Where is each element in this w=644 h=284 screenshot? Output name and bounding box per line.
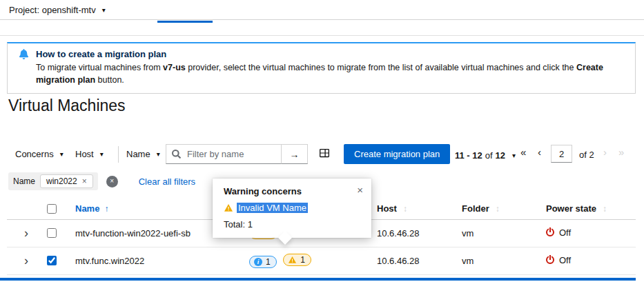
caret-down-icon: ▾ [102,6,106,14]
select-all-header [38,199,64,219]
caret-down-icon: ▾ [512,152,516,159]
create-migration-plan-button[interactable]: Create migration plan [344,144,450,164]
power-state-cell: Off [535,247,636,274]
arrow-right-icon: → [290,149,300,160]
pagination-menu-toggle[interactable]: 11 - 12 of 12 ▾ [451,150,520,161]
popover-concern-item: Invalid VM Name [224,203,360,213]
active-filters-row: Name win2022 × × Clear all filters [8,172,195,191]
alert-title: How to create a migration plan [36,49,166,59]
warning-triangle-icon [288,256,297,264]
row-select-checkbox[interactable] [47,228,57,238]
concerns-filter-label: Concerns [15,149,54,159]
alert-body-text: provider, select the virtual machines to… [186,63,576,72]
toolbar: Concerns ▾ Host ▾ Name ▾ → Create migrat… [7,142,636,167]
host-filter-label: Host [75,149,94,159]
warning-concerns-popover: Warning concerns × Invalid VM Name Total… [213,179,371,238]
search-box [166,144,282,164]
apply-filter-button[interactable]: → [281,144,308,164]
remove-chip-button[interactable]: × [82,177,87,185]
concerns-filter-dropdown[interactable]: Concerns ▾ [15,149,64,159]
page-count-label: of 2 [579,150,594,160]
info-icon: i [254,258,262,266]
name-filter-dropdown[interactable]: Name ▾ [126,149,160,159]
project-selector[interactable]: Project: openshift-mtv ▾ [0,0,644,20]
expand-row-button[interactable]: › [20,254,32,267]
expand-row-button[interactable]: › [20,227,32,239]
concern-text-selected: Invalid VM Name [237,203,308,213]
alert-body-text: To migrate virtual machines from [36,63,163,72]
power-off-icon [546,256,554,264]
alert-provider-name: v7-us [163,63,186,72]
host-cell: 10.6.46.28 [366,247,451,274]
power-off-icon [546,228,554,236]
row-select-checkbox[interactable] [47,256,57,265]
host-column-header[interactable]: Host↕ [366,199,451,219]
alert-body-text: button. [95,75,124,85]
expand-column-header [7,199,38,219]
power-state-cell: Off [535,219,636,247]
manage-columns-button[interactable] [319,148,330,160]
chip-group-label: Name [13,176,35,186]
bell-icon [19,49,29,59]
sort-ascending-icon: ↑ [104,204,108,214]
pagination-of-word: of [485,150,493,161]
badge-count: 1 [266,257,271,267]
filter-by-name-input[interactable] [186,148,270,160]
masthead-divider [0,35,644,36]
first-page-button[interactable]: « [520,146,526,158]
power-state-label: Off [559,255,571,265]
clear-all-filters-link[interactable]: Clear all filters [139,176,195,187]
search-icon [172,150,181,159]
badge-count: 1 [300,255,305,265]
host-header-label: Host [377,203,397,214]
next-page-button[interactable]: › [603,146,607,158]
active-tab-indicator [157,21,213,23]
caret-down-icon: ▾ [100,150,104,158]
pagination-total: 12 [496,150,505,161]
power-header-label: Power state [546,203,596,214]
current-page-input[interactable] [551,145,572,163]
pagination-range: 11 - 12 [455,150,482,161]
caret-down-icon: ▾ [157,150,160,158]
name-filter-chip-group: Name win2022 × [8,172,98,190]
name-filter-label: Name [126,149,150,159]
concerns-cell: i 1 1 [238,247,366,274]
filter-chip-text: win2022 [46,176,77,186]
folder-header-label: Folder [462,203,489,214]
warning-concerns-badge[interactable]: 1 [283,254,311,266]
vm-name-cell: mtv.func.win2022 [64,247,238,274]
sort-icon: ↕ [403,204,407,214]
page-title: Virtual Machines [8,97,126,115]
info-concerns-badge[interactable]: i 1 [249,256,277,268]
warning-triangle-icon [224,203,233,212]
previous-page-button[interactable]: ‹ [538,146,541,158]
popover-total: Total: 1 [224,219,360,230]
toolbar-divider [118,146,119,163]
popover-title: Warning concerns [224,186,360,196]
popover-close-button[interactable]: × [357,185,363,195]
caret-down-icon: ▾ [60,150,64,158]
filter-chip: win2022 × [40,174,93,188]
columns-icon [319,148,330,158]
power-state-column-header[interactable]: Power state↕ [535,199,636,219]
host-filter-dropdown[interactable]: Host ▾ [75,149,104,159]
folder-column-header[interactable]: Folder↕ [451,199,535,219]
project-selector-label: Project: openshift-mtv [9,5,96,15]
info-alert: How to create a migration plan To migrat… [7,42,636,94]
table-row: › mtv.func.win2022 i 1 1 10.6.46.28 vm [7,247,636,274]
power-state-label: Off [559,227,571,238]
sort-icon: ↕ [496,204,500,214]
clear-chip-group-button[interactable]: × [106,176,118,187]
folder-cell: vm [451,219,535,247]
host-cell: 10.6.46.28 [366,219,451,247]
folder-cell: vm [451,247,535,274]
screen: { "icons": { "caret_down": "▾", "arrow_r… [0,0,644,284]
sort-icon: ↕ [603,204,607,214]
name-header-label: Name [75,203,99,214]
select-all-checkbox[interactable] [47,204,57,214]
last-page-button[interactable]: » [618,146,624,158]
alert-body: To migrate virtual machines from v7-us p… [36,62,624,86]
window-bottom-edge [0,278,636,281]
